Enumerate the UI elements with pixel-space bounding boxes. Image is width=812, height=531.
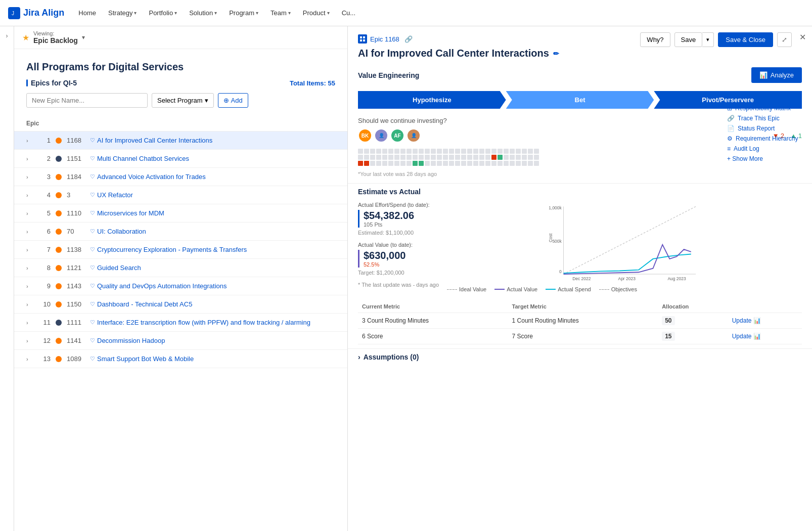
epic-name[interactable]: ♡ Multi Channel Chatbot Services <box>90 155 335 162</box>
update-cell[interactable]: Update 📊 <box>728 329 802 344</box>
grid-cell <box>473 161 478 166</box>
epic-name[interactable]: ♡ AI for Improved Call Center Interactio… <box>90 137 335 144</box>
grid-cell <box>370 155 375 160</box>
epic-name[interactable]: ♡ Interface: E2E transcription flow (wit… <box>90 319 335 326</box>
table-row[interactable]: › 7 1138 ♡ Cryptocurrency Exploration - … <box>14 241 347 259</box>
table-row[interactable]: › 9 1143 ♡ Quality and DevOps Automation… <box>14 277 347 295</box>
epic-name[interactable]: ♡ UX Refactor <box>90 191 335 199</box>
nav-solution[interactable]: Solution ▾ <box>185 7 221 19</box>
epic-id: 1184 <box>67 173 85 181</box>
nav-product[interactable]: Product ▾ <box>299 7 334 19</box>
epic-name[interactable]: ♡ Microservices for MDM <box>90 209 335 217</box>
add-button[interactable]: ⊕ Add <box>218 93 248 108</box>
table-row[interactable]: › 13 1089 ♡ Smart Support Bot Web & Mobi… <box>14 350 347 368</box>
why-button[interactable]: Why? <box>640 32 670 47</box>
table-row[interactable]: › 10 1150 ♡ Dashboard - Technical Debt A… <box>14 295 347 314</box>
current-metric-header: Current Metric <box>358 300 508 313</box>
epic-type-icon: ♡ <box>90 246 95 253</box>
epic-name[interactable]: ♡ Dashboard - Technical Debt AC5 <box>90 300 335 308</box>
star-icon[interactable]: ★ <box>22 33 29 42</box>
epic-name[interactable]: ♡ Guided Search <box>90 264 335 272</box>
total-count[interactable]: 55 <box>328 79 335 87</box>
epic-name[interactable]: ♡ UI: Collaboration <box>90 228 335 235</box>
save-button[interactable]: Save <box>674 32 703 47</box>
epic-status-dot <box>56 338 62 344</box>
grid-cell <box>491 161 497 166</box>
legend-ideal-value: Ideal Value <box>447 286 486 292</box>
epic-tag-text[interactable]: Epic 1168 <box>370 35 399 43</box>
nav-team[interactable]: Team ▾ <box>266 7 295 19</box>
epic-name[interactable]: ♡ Advanced Voice Activation for Trades <box>90 173 335 181</box>
expand-button[interactable]: ⤢ <box>777 32 792 47</box>
trace-epic-link[interactable]: 🔗 Trace This Epic <box>727 113 806 123</box>
select-program-button[interactable]: Select Program ▾ <box>152 93 214 108</box>
audit-log-link[interactable]: ≡ Audit Log <box>727 144 806 154</box>
table-row[interactable]: › 1 1168 ♡ AI for Improved Call Center I… <box>14 131 347 150</box>
table-row[interactable]: › 11 1111 ♡ Interface: E2E transcription… <box>14 314 347 332</box>
status-report-link[interactable]: 📄 Status Report <box>727 123 806 134</box>
grid-cell <box>522 149 527 154</box>
logo[interactable]: J Jira Align <box>8 7 64 19</box>
logo-icon: J <box>8 7 20 19</box>
right-links: ⊞ Responsibility Matrix 🔗 Trace This Epi… <box>721 97 812 170</box>
nav-home[interactable]: Home <box>74 7 100 19</box>
grid-cell <box>467 149 472 154</box>
epic-id: 1168 <box>67 137 85 144</box>
epics-label: Epics for QI-5 <box>26 79 77 87</box>
top-navigation: J Jira Align Home Strategy ▾ Portfolio ▾… <box>0 0 812 26</box>
grid-cell <box>479 161 484 166</box>
epic-name[interactable]: ♡ Quality and DevOps Automation Integrat… <box>90 282 335 290</box>
table-row[interactable]: › 8 1121 ♡ Guided Search <box>14 259 347 277</box>
epic-name[interactable]: ♡ Decommission Hadoop <box>90 337 335 344</box>
assumptions-toggle[interactable]: › Assumptions (0) <box>358 353 802 361</box>
list-icon: ≡ <box>727 145 731 152</box>
toolbar: Select Program ▾ ⊕ Add <box>26 93 335 108</box>
grid-cell <box>358 149 363 154</box>
table-row[interactable]: › 2 1151 ♡ Multi Channel Chatbot Service… <box>14 150 347 168</box>
grid-cell <box>534 161 539 166</box>
nav-cu[interactable]: Cu... <box>338 7 359 19</box>
nav-portfolio[interactable]: Portfolio ▾ <box>145 7 181 19</box>
step-hypothesize[interactable]: Hypothesize <box>358 91 506 109</box>
table-row[interactable]: › 6 70 ♡ UI: Collaboration <box>14 223 347 241</box>
chart-legend: Ideal Value Actual Value Actual Spend <box>447 286 802 292</box>
grid-cell <box>400 155 405 160</box>
epic-number: 8 <box>38 264 51 272</box>
new-epic-input[interactable] <box>26 93 148 108</box>
table-row[interactable]: › 12 1141 ♡ Decommission Hadoop <box>14 332 347 350</box>
table-row[interactable]: › 4 3 ♡ UX Refactor <box>14 186 347 204</box>
grid-cell <box>376 161 381 166</box>
epics-table-header: Epic <box>14 116 347 131</box>
epic-name[interactable]: ♡ Cryptocurrency Exploration - Payments … <box>90 246 335 253</box>
nav-program[interactable]: Program ▾ <box>225 7 262 19</box>
avatar-bk: BK <box>358 128 372 143</box>
save-close-button[interactable]: Save & Close <box>718 32 773 47</box>
update-cell[interactable]: Update 📊 <box>728 313 802 329</box>
requirement-hierarchy-link[interactable]: ⚙ Requirement Hierarchy <box>727 134 806 144</box>
edit-icon[interactable]: ✏ <box>553 50 559 58</box>
step-bet[interactable]: Bet <box>506 91 654 109</box>
programs-header: All Programs for Digital Services Epics … <box>14 49 347 116</box>
chevron-down-icon: ▾ <box>174 10 177 16</box>
link-icon[interactable]: 🔗 <box>404 35 413 43</box>
save-dropdown-button[interactable]: ▾ <box>702 32 714 47</box>
responsibility-matrix-link[interactable]: ⊞ Responsibility Matrix <box>727 103 806 113</box>
grid-cell <box>510 149 515 154</box>
metrics-table-header: Current Metric Target Metric Allocation <box>358 300 802 313</box>
table-row[interactable]: › 3 1184 ♡ Advanced Voice Activation for… <box>14 168 347 186</box>
table-row[interactable]: › 5 1110 ♡ Microservices for MDM <box>14 204 347 223</box>
show-more-link[interactable]: + Show More <box>727 154 806 164</box>
epic-name[interactable]: ♡ Smart Support Bot Web & Mobile <box>90 355 335 363</box>
analyze-button[interactable]: 📊 Analyze <box>751 67 802 83</box>
epic-id: 1111 <box>67 319 85 326</box>
avatar-person4: 👤 <box>407 128 421 143</box>
nav-strategy[interactable]: Strategy ▾ <box>104 7 141 19</box>
viewing-title: Epic Backlog <box>33 36 78 45</box>
sidebar-toggle[interactable]: › <box>0 26 14 531</box>
grid-cell <box>485 155 490 160</box>
epic-status-dot <box>56 174 62 180</box>
close-icon[interactable]: ✕ <box>799 32 806 42</box>
svg-rect-2 <box>360 36 362 38</box>
epic-id: 1110 <box>67 209 85 217</box>
chevron-down-icon[interactable]: ▾ <box>82 34 85 41</box>
